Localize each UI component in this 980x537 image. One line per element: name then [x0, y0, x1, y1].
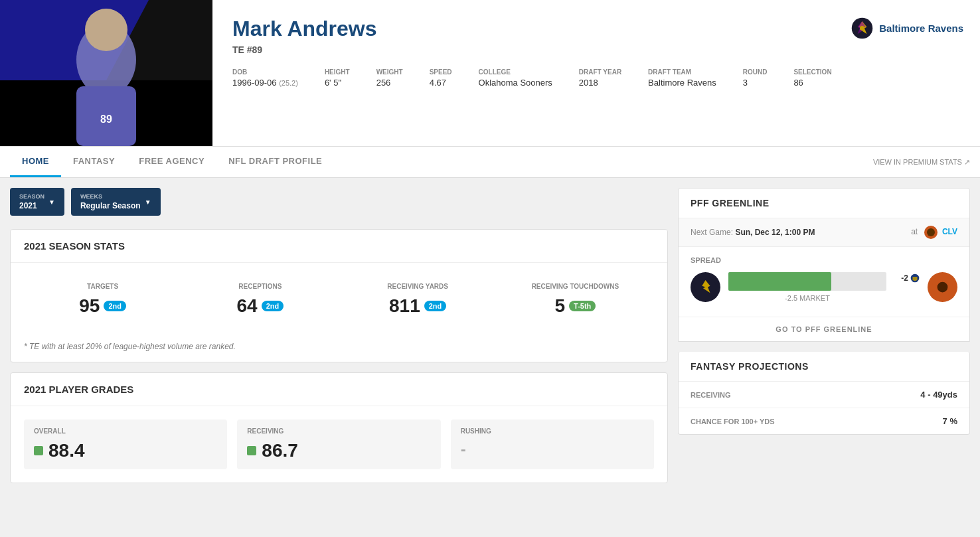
stat-receptions: RECEPTIONS 64 2nd	[181, 276, 339, 323]
team-badge: Baltimore Ravens	[851, 17, 963, 40]
stat-td: RECEIVING TOUCHDOWNS 5 T-5th	[497, 276, 654, 323]
season-chevron-icon: ▼	[48, 198, 55, 206]
season-stats-title: 2021 SEASON STATS	[11, 230, 667, 263]
grades-grid: OVERALL 88.4 RECEIVING 86.7 RUSHING	[11, 406, 667, 483]
stat-dob: DOB 1996-09-06 (25.2)	[232, 68, 298, 88]
weeks-chevron-icon: ▼	[145, 198, 151, 206]
pff-greenline-title: PFF GREENLINE	[679, 189, 969, 218]
receiving-proj-value: 4 - 49yds	[920, 390, 957, 400]
grades-card: 2021 PLAYER GRADES OVERALL 88.4 RECEIVIN…	[10, 372, 668, 483]
at-label: at	[911, 227, 918, 236]
player-bio-stats: DOB 1996-09-06 (25.2) HEIGHT 6' 5" WEIGH…	[232, 68, 960, 88]
spread-section: SPREAD -2	[679, 247, 969, 317]
tab-fantasy[interactable]: FANTASY	[61, 147, 127, 177]
grade-overall: OVERALL 88.4	[24, 420, 227, 469]
player-header: 89 Baltimore Ravens Mark Andrews TE #89 …	[0, 0, 980, 147]
go-greenline-button[interactable]: GO TO PFF GREENLINE	[679, 317, 969, 341]
svg-point-9	[927, 228, 935, 236]
tab-home[interactable]: HOME	[10, 147, 61, 177]
receiving-value-row: 86.7	[247, 440, 430, 461]
stat-draft-year: DRAFT YEAR 2018	[579, 68, 621, 88]
svg-text:89: 89	[100, 114, 112, 125]
receiving-proj-row: RECEIVING 4 - 49yds	[679, 382, 969, 408]
stats-note: * TE with at least 20% of league-highest…	[11, 337, 667, 362]
grades-title: 2021 PLAYER GRADES	[11, 373, 667, 406]
premium-link[interactable]: VIEW IN PREMIUM STATS ↗	[873, 158, 970, 167]
left-panel: SEASON 2021 ▼ WEEKS Regular Season ▼ 202…	[10, 188, 668, 483]
main-content: SEASON 2021 ▼ WEEKS Regular Season ▼ 202…	[0, 178, 980, 493]
stat-college: COLLEGE Oklahoma Sooners	[479, 68, 552, 88]
rushing-value-row: -	[461, 440, 644, 459]
nfl-shield-icon	[910, 273, 920, 283]
receiving-proj-label: RECEIVING	[691, 391, 731, 399]
dob-value: 1996-09-06 (25.2)	[232, 78, 298, 88]
weeks-filter[interactable]: WEEKS Regular Season ▼	[71, 188, 161, 216]
spread-fill	[728, 272, 831, 291]
next-game-label: Next Game:	[691, 228, 733, 237]
season-stats-card: 2021 SEASON STATS TARGETS 95 2nd RECEPTI…	[10, 229, 668, 362]
td-value-row: 5 T-5th	[503, 295, 647, 317]
stats-grid: TARGETS 95 2nd RECEPTIONS 64 2nd RECEIVI…	[11, 263, 667, 337]
ravens-logo	[851, 17, 874, 40]
market-value: -2.5 MARKET	[728, 294, 886, 302]
pff-greenline-card: PFF GREENLINE Next Game: Sun, Dec 12, 1:…	[678, 188, 970, 342]
ravens-team-icon	[691, 272, 720, 302]
stat-targets: TARGETS 95 2nd	[24, 276, 181, 323]
chance-proj-value: 7 %	[943, 416, 957, 426]
spread-label: SPREAD	[691, 256, 957, 264]
next-game-time: Sun, Dec 12, 1:00 PM	[735, 228, 815, 237]
ravens-spread-logo	[694, 275, 717, 299]
browns-team-icon	[928, 272, 957, 302]
player-info: Baltimore Ravens Mark Andrews TE #89 DOB…	[212, 0, 980, 146]
team-name: Baltimore Ravens	[879, 23, 963, 34]
receiving-grade-dot	[247, 446, 256, 455]
stat-selection: SELECTION 86	[793, 68, 831, 88]
player-silhouette-svg: 89	[0, 0, 212, 146]
grade-receiving: RECEIVING 86.7	[237, 420, 440, 469]
season-filter[interactable]: SEASON 2021 ▼	[10, 188, 64, 216]
receptions-value-row: 64 2nd	[188, 295, 332, 317]
grade-rushing: RUSHING -	[451, 420, 654, 469]
td-rank-badge: T-5th	[569, 301, 596, 311]
stat-speed: SPEED 4.67	[430, 68, 452, 88]
overall-grade-dot	[34, 446, 43, 455]
spread-bar-container	[728, 272, 886, 291]
receptions-rank-badge: 2nd	[262, 301, 284, 311]
svg-point-1	[85, 9, 127, 51]
next-game-row: Next Game: Sun, Dec 12, 1:00 PM at CLV	[679, 218, 969, 247]
chance-proj-label: CHANCE FOR 100+ YDS	[691, 418, 775, 425]
fantasy-proj-title: FANTASY PROJECTIONS	[679, 352, 969, 382]
targets-value-row: 95 2nd	[31, 295, 175, 317]
browns-spread-logo	[931, 275, 954, 299]
stat-yards: RECEIVING YARDS 811 2nd	[339, 276, 497, 323]
stat-draft-team: DRAFT TEAM Baltimore Ravens	[648, 68, 716, 88]
yards-rank-badge: 2nd	[424, 301, 447, 311]
fantasy-projections-card: FANTASY PROJECTIONS RECEIVING 4 - 49yds …	[678, 352, 970, 435]
player-photo-area: 89	[0, 0, 212, 146]
svg-point-7	[860, 26, 864, 31]
spread-visual: -2 -2.5 MARKET	[691, 272, 957, 302]
targets-rank-badge: 2nd	[104, 301, 126, 311]
filter-row: SEASON 2021 ▼ WEEKS Regular Season ▼	[10, 188, 668, 219]
tab-free-agency[interactable]: FREE AGENCY	[127, 147, 216, 177]
player-position: TE #89	[232, 44, 960, 55]
spread-value-label: -2	[901, 273, 920, 283]
chance-proj-row: CHANCE FOR 100+ YDS 7 %	[679, 408, 969, 434]
svg-point-14	[938, 282, 948, 293]
stat-round: ROUND 3	[743, 68, 768, 88]
right-panel: PFF GREENLINE Next Game: Sun, Dec 12, 1:…	[678, 188, 970, 483]
stat-weight: WEIGHT 256	[376, 68, 403, 88]
overall-value-row: 88.4	[34, 440, 217, 461]
opponent-logo	[924, 225, 938, 240]
spread-bar-wrap: -2 -2.5 MARKET	[728, 272, 920, 302]
opponent-link[interactable]: CLV	[942, 227, 957, 236]
tab-nfl-draft[interactable]: NFL DRAFT PROFILE	[216, 147, 334, 177]
nav-tabs: HOME FANTASY FREE AGENCY NFL DRAFT PROFI…	[0, 147, 980, 178]
stat-height: HEIGHT 6' 5"	[325, 68, 350, 88]
yards-value-row: 811 2nd	[346, 295, 490, 317]
